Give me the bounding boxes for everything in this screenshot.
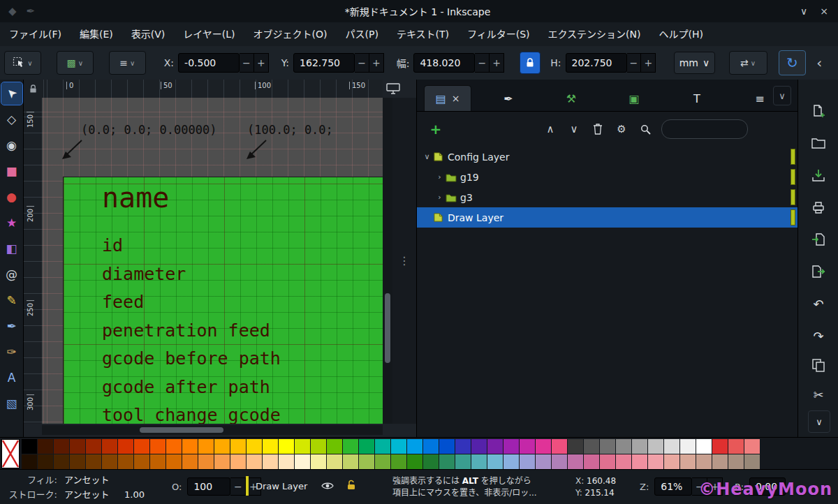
height-plus-button[interactable]: + [641,53,656,73]
width-plus-button[interactable]: + [490,53,504,73]
tool-selector[interactable]: ➤ [1,82,22,105]
opacity-input[interactable] [187,477,230,496]
tool-pencil[interactable]: ✎ [1,289,22,311]
menu-item[interactable]: レイヤー(L) [174,23,244,46]
tab-text[interactable]: T [677,86,723,111]
current-layer-name[interactable]: Draw Layer [256,481,307,491]
toolbar-collapse-button[interactable]: ‹ [806,51,832,75]
palette-swatch[interactable] [150,439,166,454]
palette-swatch[interactable] [118,454,133,469]
palette-swatch[interactable] [664,454,679,469]
palette-swatch[interactable] [744,454,760,469]
palette-swatch[interactable] [230,439,246,454]
opacity-minus-button[interactable]: − [230,477,246,496]
palette-swatch[interactable] [38,454,53,469]
palette-swatch[interactable] [600,454,615,469]
palette-swatch[interactable] [279,439,294,454]
save-document-button[interactable] [808,165,829,186]
palette-swatch[interactable] [664,439,679,454]
scale-options-dropdown[interactable]: ⇄ ∨ [729,51,767,75]
export-button[interactable] [808,261,829,282]
add-layer-button[interactable]: + [424,119,448,140]
rotate-button[interactable]: ↻ [779,50,807,75]
palette-swatch[interactable] [70,439,85,454]
palette-swatch[interactable] [247,439,262,454]
palette-swatch[interactable] [279,454,294,469]
palette-swatch[interactable] [102,439,117,454]
cut-button[interactable]: ✂ [808,384,829,405]
tool-box-3d[interactable]: ◧ [1,237,22,260]
expander-icon[interactable]: › [434,172,446,181]
palette-swatch[interactable] [311,454,326,469]
palette-swatch[interactable] [455,454,471,469]
layer-color-indicator[interactable] [791,149,795,165]
raise-layer-button[interactable]: ∧ [538,119,562,140]
palette-swatch[interactable] [327,454,342,469]
stack-order-dropdown[interactable]: ≡ ∨ [109,51,146,75]
palette-swatch[interactable] [102,454,117,469]
horizontal-scrollbar-thumb[interactable] [140,427,223,433]
menu-item[interactable]: ファイル(F) [0,23,71,46]
palette-swatch[interactable] [503,439,519,454]
tool-pen[interactable]: ✒ [1,315,22,337]
palette-swatch[interactable] [552,454,567,469]
palette-swatch[interactable] [407,439,422,454]
palette-swatch[interactable] [407,454,422,469]
palette-swatch[interactable] [520,439,535,454]
layer-row-g3[interactable]: › g3 [417,187,798,207]
tool-ellipse[interactable]: ● [1,186,22,208]
palette-swatch[interactable] [712,439,728,454]
palette-swatch[interactable] [423,439,439,454]
palette-swatch[interactable] [295,454,310,469]
tool-gradient[interactable]: ▧ [1,392,22,415]
palette-swatch[interactable] [230,454,246,469]
expander-icon[interactable]: ∨ [421,152,433,161]
document-page[interactable]: name iddiameterfeedpenetration feedgcode… [63,177,383,424]
expander-icon[interactable]: › [434,193,446,202]
lower-layer-button[interactable]: ∨ [562,119,586,140]
palette-swatch[interactable] [632,439,647,454]
palette-swatch[interactable] [375,454,390,469]
palette-swatch[interactable] [38,439,53,454]
palette-swatch[interactable] [680,439,696,454]
palette-swatch[interactable] [503,454,519,469]
y-minus-button[interactable]: − [355,53,369,73]
x-plus-button[interactable]: + [254,53,269,73]
layer-color-indicator[interactable] [791,189,795,205]
palette-swatch[interactable] [391,439,406,454]
x-minus-button[interactable]: − [240,53,254,73]
no-color-swatch[interactable] [1,439,20,468]
palette-swatch[interactable] [166,454,182,469]
redo-button[interactable]: ↷ [808,325,829,346]
palette-swatch[interactable] [648,439,663,454]
height-minus-button[interactable]: − [627,53,642,73]
palette-swatch[interactable] [359,439,374,454]
layer-color-indicator[interactable] [791,169,795,185]
palette-swatch[interactable] [552,439,567,454]
palette-swatch[interactable] [247,454,262,469]
palette-swatch[interactable] [70,454,85,469]
horizontal-scrollbar[interactable] [42,425,383,435]
palette-swatch[interactable] [22,454,37,469]
layer-row-config-layer[interactable]: ∨ Config Layer [417,147,798,167]
palette-swatch[interactable] [487,454,503,469]
palette-swatch[interactable] [118,439,133,454]
tab-symbols[interactable]: ▣ [614,86,660,111]
palette-swatch[interactable] [166,439,182,454]
palette-swatch[interactable] [568,454,583,469]
width-input[interactable] [413,53,475,73]
lock-ratio-button[interactable] [520,52,541,74]
palette-swatch[interactable] [536,454,551,469]
palette-swatch[interactable] [198,454,214,469]
tool-spiral[interactable]: @ [1,263,22,286]
palette-swatch[interactable] [487,439,503,454]
search-button[interactable] [633,119,657,140]
tab-fill-stroke[interactable]: ✒ [488,86,534,111]
height-input[interactable] [566,53,627,73]
layer-settings-button[interactable]: ⚙ [610,119,633,140]
menu-item[interactable]: 表示(V) [122,23,175,46]
palette-swatch[interactable] [295,439,310,454]
tool-node-editor[interactable]: ◇ [1,108,22,131]
palette-swatch[interactable] [391,454,406,469]
layer-row-g19[interactable]: › g19 [417,167,798,187]
